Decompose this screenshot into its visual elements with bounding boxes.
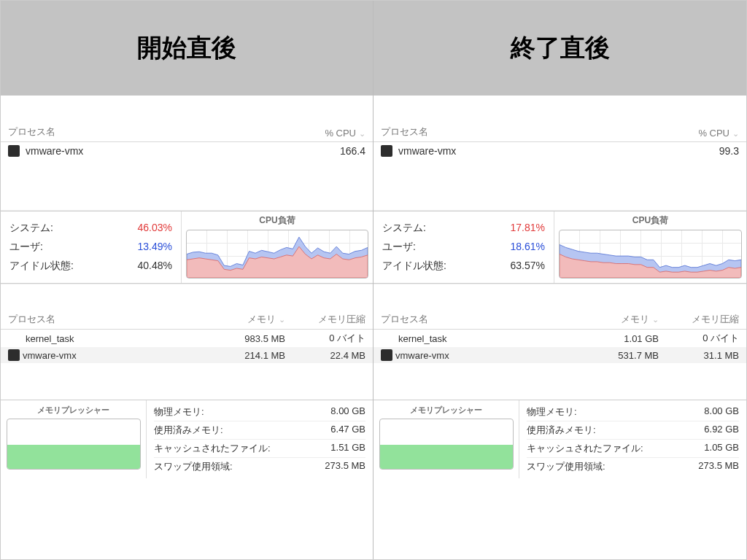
process-name: kernel_task: [26, 333, 74, 344]
memory-pressure-section: メモリプレッシャー 物理メモリ:8.00 GB 使用済みメモリ:6.92 GB …: [374, 400, 746, 478]
pane-title: 開始直後: [1, 1, 373, 96]
cpu-chart-title: CPU負荷: [182, 211, 373, 228]
mem-row-val: 1.51 GB: [330, 442, 365, 455]
col-memory[interactable]: メモリ: [621, 314, 649, 324]
mem-row-label: スワップ使用領域:: [527, 460, 605, 473]
col-cpu-pct[interactable]: % CPU: [698, 128, 729, 139]
mem-row-val: 273.5 MB: [698, 460, 739, 473]
comparison-container: 開始直後 プロセス名 % CPU⌄ vmware-vmx 166.4 システム:…: [0, 0, 747, 560]
mem-row-val: 273.5 MB: [325, 460, 365, 473]
memory-pressure-section: メモリプレッシャー 物理メモリ:8.00 GB 使用済みメモリ:6.47 GB …: [1, 400, 373, 478]
process-comp: 22.4 MB: [285, 350, 365, 361]
mem-row-label: スワップ使用領域:: [154, 460, 233, 473]
idle-value: 63.57%: [511, 260, 545, 273]
memory-pressure-left: メモリプレッシャー: [374, 400, 519, 478]
idle-label: アイドル状態:: [382, 260, 446, 273]
process-icon: [8, 145, 20, 157]
idle-value: 40.48%: [138, 260, 172, 273]
col-memory-compressed[interactable]: メモリ圧縮: [318, 314, 365, 324]
memory-pressure-chart: [7, 419, 141, 470]
cpu-chart-title: CPU負荷: [554, 211, 746, 228]
idle-label: アイドル状態:: [9, 260, 74, 273]
mem-proc-header: プロセス名 メモリ⌄ メモリ圧縮: [1, 313, 373, 330]
col-process-name[interactable]: プロセス名: [381, 126, 428, 137]
cpu-proc-header: プロセス名 % CPU⌄: [1, 125, 373, 142]
user-label: ユーザ:: [9, 241, 43, 254]
table-row[interactable]: kernel_task 1.01 GB 0 バイト: [374, 330, 746, 347]
cpu-stats-section: システム:17.81% ユーザ:18.61% アイドル状態:63.57% CPU…: [374, 211, 746, 284]
col-memory[interactable]: メモリ: [247, 314, 276, 324]
process-icon: [381, 145, 392, 157]
memory-pressure-stats: 物理メモリ:8.00 GB 使用済みメモリ:6.92 GB キャッシュされたファ…: [519, 400, 746, 478]
chevron-down-icon: ⌄: [279, 315, 285, 324]
mem-proc-header: プロセス名 メモリ⌄ メモリ圧縮: [374, 313, 746, 330]
process-name: kernel_task: [398, 333, 446, 344]
table-row[interactable]: vmware-vmx 214.1 MB 22.4 MB: [1, 347, 373, 363]
table-row[interactable]: kernel_task 983.5 MB 0 バイト: [1, 330, 373, 347]
cpu-chart-panel: CPU負荷: [554, 211, 746, 283]
mem-row-label: 物理メモリ:: [154, 405, 204, 419]
memory-pressure-stats: 物理メモリ:8.00 GB 使用済みメモリ:6.47 GB キャッシュされたファ…: [147, 400, 373, 478]
mem-row-val: 6.92 GB: [704, 424, 739, 437]
table-row[interactable]: vmware-vmx 531.7 MB 31.1 MB: [374, 347, 746, 363]
mem-row-val: 8.00 GB: [330, 405, 365, 419]
col-process-name[interactable]: プロセス名: [381, 314, 428, 324]
chevron-down-icon: ⌄: [359, 129, 365, 138]
col-memory-compressed[interactable]: メモリ圧縮: [692, 314, 739, 324]
cpu-stats-left: システム:17.81% ユーザ:18.61% アイドル状態:63.57%: [374, 211, 554, 283]
process-cpu: 99.3: [659, 145, 739, 157]
process-mem: 1.01 GB: [578, 333, 659, 344]
mem-row-label: キャッシュされたファイル:: [154, 442, 271, 455]
system-label: システム:: [9, 222, 53, 235]
process-mem: 531.7 MB: [578, 350, 659, 361]
process-cpu: 166.4: [285, 145, 365, 157]
system-value: 17.81%: [511, 222, 545, 235]
mem-row-val: 8.00 GB: [704, 405, 739, 419]
col-process-name[interactable]: プロセス名: [8, 314, 55, 324]
mem-row-label: 使用済みメモリ:: [527, 424, 596, 437]
pane-title: 終了直後: [374, 1, 746, 96]
user-value: 13.49%: [138, 241, 172, 254]
system-label: システム:: [382, 222, 426, 235]
mem-row-val: 1.05 GB: [704, 442, 739, 455]
mem-row-label: キャッシュされたファイル:: [527, 442, 643, 455]
memory-pressure-title: メモリプレッシャー: [410, 405, 482, 416]
process-name: vmware-vmx: [23, 350, 77, 361]
col-cpu-pct[interactable]: % CPU: [325, 128, 356, 139]
process-name: vmware-vmx: [398, 145, 456, 157]
cpu-stats-section: システム:46.03% ユーザ:13.49% アイドル状態:40.48% CPU…: [1, 211, 373, 284]
pane-before: 開始直後 プロセス名 % CPU⌄ vmware-vmx 166.4 システム:…: [1, 1, 374, 559]
chevron-down-icon: ⌄: [732, 129, 739, 138]
col-process-name[interactable]: プロセス名: [8, 126, 55, 137]
system-value: 46.03%: [138, 222, 172, 235]
process-comp: 31.1 MB: [659, 350, 739, 361]
mem-row-label: 物理メモリ:: [527, 405, 577, 419]
memory-pressure-left: メモリプレッシャー: [1, 400, 147, 478]
mem-row-label: 使用済みメモリ:: [154, 424, 223, 437]
cpu-stats-left: システム:46.03% ユーザ:13.49% アイドル状態:40.48%: [1, 211, 182, 283]
user-value: 18.61%: [511, 241, 545, 254]
table-row[interactable]: vmware-vmx 99.3: [374, 142, 746, 160]
process-name: vmware-vmx: [26, 145, 83, 157]
cpu-chart-panel: CPU負荷: [182, 211, 373, 283]
chevron-down-icon: ⌄: [652, 315, 659, 324]
process-mem: 214.1 MB: [205, 350, 285, 361]
process-icon: [8, 349, 20, 361]
process-comp: 0 バイト: [285, 332, 365, 345]
mem-row-val: 6.47 GB: [330, 424, 365, 437]
cpu-load-chart: [559, 230, 742, 279]
cpu-proc-header: プロセス名 % CPU⌄: [374, 125, 746, 142]
memory-pressure-title: メモリプレッシャー: [37, 405, 109, 416]
process-name: vmware-vmx: [395, 350, 449, 361]
pane-after: 終了直後 プロセス名 % CPU⌄ vmware-vmx 99.3 システム:1…: [374, 1, 746, 559]
table-row[interactable]: vmware-vmx 166.4: [1, 142, 373, 160]
user-label: ユーザ:: [382, 241, 416, 254]
cpu-load-chart: [186, 230, 368, 279]
process-icon: [381, 349, 392, 361]
process-mem: 983.5 MB: [205, 333, 285, 344]
memory-pressure-chart: [379, 419, 514, 470]
process-comp: 0 バイト: [659, 332, 739, 345]
